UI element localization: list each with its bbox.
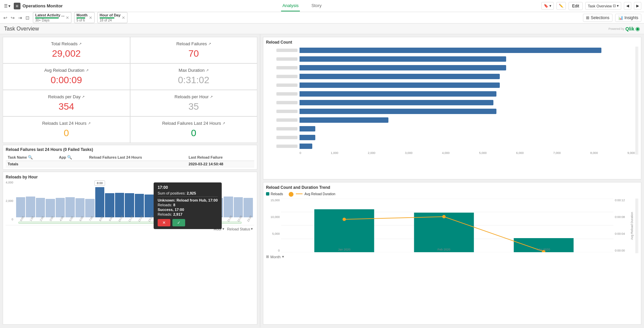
bar-wrap-5:00[interactable]: 5:00	[65, 197, 75, 221]
nav-prev-button[interactable]: ◀	[624, 2, 631, 10]
bar-8:00[interactable]	[95, 187, 105, 217]
rc-bar-row-10[interactable]	[300, 134, 635, 141]
filter-chip-latest-activity-close[interactable]: ✕	[66, 15, 69, 20]
trend-bar-feb[interactable]	[414, 213, 474, 252]
rc-bar-row-11[interactable]	[300, 143, 635, 150]
bar-wrap-2:00[interactable]: 2:00	[36, 198, 45, 221]
bar-wrap-7:00[interactable]: 7:00	[85, 199, 95, 221]
rc-bar-row-5[interactable]	[300, 90, 635, 98]
app-search-icon[interactable]: 🔍	[67, 155, 72, 160]
rc-bar-9[interactable]	[300, 126, 315, 131]
reload-status-filter-btn[interactable]: Reload Status ▾	[227, 227, 253, 231]
bookmark-button[interactable]: 🔖 ▾	[541, 2, 554, 10]
kpi-total-reloads[interactable]: Total Reloads ↗ 29,002	[3, 37, 130, 63]
filter-clear-icon[interactable]: ⇥	[17, 14, 23, 21]
bar-6:00[interactable]	[75, 198, 85, 217]
rc-bar-1[interactable]	[300, 56, 506, 62]
rc-bar-row-2[interactable]	[300, 64, 635, 71]
rc-bar-3[interactable]	[300, 74, 500, 79]
rc-bar-11[interactable]	[300, 144, 312, 149]
bar-7:00[interactable]	[85, 199, 95, 217]
bar-wrap-6:00[interactable]: 6:00	[75, 198, 85, 221]
bar-10:00[interactable]	[115, 193, 124, 217]
rc-bar-row-9[interactable]	[300, 125, 635, 132]
rc-bar-4[interactable]	[300, 83, 500, 88]
bar-12:00[interactable]	[135, 194, 144, 217]
bar-wrap-8:00[interactable]: 8:008:00	[95, 187, 105, 221]
rc-bar-row-6[interactable]	[300, 99, 635, 106]
pencil-icon[interactable]: ✏️	[556, 2, 566, 10]
filter-chip-hour-of-day[interactable]: Hour of Day 18 of 24 ✕	[97, 12, 127, 23]
trend-scrollbar[interactable]	[636, 199, 638, 253]
rc-bar-row-3[interactable]	[300, 73, 635, 80]
filter-chip-month-close[interactable]: ✕	[89, 15, 92, 20]
trend-footer[interactable]: ⊞ Month ▾	[266, 255, 638, 259]
bar-wrap-11:00[interactable]: 11:00	[125, 193, 134, 221]
bar-9:00[interactable]	[105, 193, 114, 217]
tooltip-confirm-button[interactable]: ✓	[172, 219, 185, 226]
filter-chip-month[interactable]: Month 5 of 6 ✕	[74, 12, 95, 23]
bar-22:00[interactable]	[234, 197, 243, 217]
bar-wrap-3:00[interactable]: 3:00	[46, 199, 55, 221]
edit-button[interactable]: Edit	[569, 2, 583, 10]
selections-button[interactable]: ⊞ Selections	[583, 14, 612, 22]
rc-bar-row-4[interactable]	[300, 81, 635, 89]
bar-21:00[interactable]	[224, 197, 233, 217]
search-icon[interactable]: 🔍	[28, 155, 33, 160]
rc-bar-10[interactable]	[300, 135, 315, 140]
bar-wrap-9:00[interactable]: 9:00	[105, 193, 114, 221]
kpi-avg-duration[interactable]: Avg Reload Duration ↗ 0:00:09	[3, 64, 130, 90]
tooltip-cancel-button[interactable]: ✕	[158, 219, 170, 226]
reload-count-scrollbar[interactable]	[636, 47, 638, 155]
bar-wrap-13:00[interactable]: 13:00	[145, 195, 154, 221]
bar-wrap-12:00[interactable]: 12:00	[135, 194, 144, 221]
kpi-reloads-per-day[interactable]: Reloads per Day ↗ 354	[3, 90, 130, 116]
bar-5:00[interactable]	[65, 197, 75, 217]
kpi-max-duration[interactable]: Max Duration ↗ 0:31:02	[130, 64, 257, 90]
rc-bar-7[interactable]	[300, 109, 496, 114]
filter-back-icon[interactable]: ↩	[3, 14, 8, 21]
trend-bar-jan[interactable]	[314, 209, 374, 252]
selections-label: Selections	[591, 15, 609, 20]
bar-wrap-21:00[interactable]: 21:00	[224, 197, 233, 221]
kpi-reloads-last-24h[interactable]: Reloads Last 24 Hours ↗ 0	[3, 117, 130, 143]
bar-23:00[interactable]	[244, 198, 253, 217]
bar-wrap-1:00[interactable]: 1:00	[26, 197, 35, 221]
insights-button[interactable]: 📊 Insights	[615, 14, 641, 22]
bar-11:00[interactable]	[125, 193, 134, 217]
bar-4:00[interactable]	[56, 198, 65, 217]
bar-1:00[interactable]	[26, 197, 35, 217]
filter-chip-hour-of-day-close[interactable]: ✕	[122, 15, 125, 20]
rc-bar-0[interactable]	[300, 48, 601, 53]
nav-next-button[interactable]: ▶	[634, 2, 641, 10]
rc-label-3: ▬▬▬▬▬▬▬	[266, 73, 300, 80]
rc-bar-row-1[interactable]	[300, 55, 635, 63]
rc-bar-8[interactable]	[300, 117, 388, 123]
rc-bar-5[interactable]	[300, 91, 496, 97]
tab-story[interactable]: Story	[310, 0, 323, 11]
bar-13:00[interactable]	[145, 195, 154, 217]
bar-wrap-10:00[interactable]: 10:00	[115, 193, 124, 221]
filter-chip-latest-activity[interactable]: Latest Activity ... 30+ Days ✕	[33, 12, 71, 23]
rc-bar-row-7[interactable]	[300, 108, 635, 115]
filter-snapshot-icon[interactable]: ⊡	[25, 14, 30, 21]
hamburger-menu[interactable]: ☰ ▾	[3, 2, 12, 10]
bar-wrap-4:00[interactable]: 4:00	[56, 198, 65, 221]
legend-avg-duration-icon: ⬤	[288, 191, 294, 197]
bar-2:00[interactable]	[36, 198, 45, 217]
bar-wrap-0:00[interactable]: 0:00	[16, 197, 25, 221]
task-overview-button[interactable]: Task Overview ⊡ ▾	[585, 2, 621, 10]
rc-bar-2[interactable]	[300, 65, 506, 70]
rc-bar-6[interactable]	[300, 100, 493, 105]
rc-bar-row-8[interactable]	[300, 116, 635, 124]
kpi-failures-last-24h[interactable]: Reload Failures Last 24 Hours ↗ 0	[130, 117, 257, 143]
kpi-reloads-per-hour[interactable]: Reloads per Hour ↗ 35	[130, 90, 257, 116]
bar-wrap-22:00[interactable]: 22:00	[234, 197, 243, 221]
kpi-reload-failures[interactable]: Reload Failures ↗ 70	[130, 37, 257, 63]
bar-3:00[interactable]	[46, 199, 55, 217]
rc-bar-row-0[interactable]	[300, 47, 635, 54]
bar-0:00[interactable]	[16, 197, 25, 217]
tab-analysis[interactable]: Analysis	[281, 0, 300, 11]
filter-forward-icon[interactable]: ↪	[10, 14, 15, 21]
bar-wrap-23:00[interactable]: 23:00	[244, 198, 253, 221]
